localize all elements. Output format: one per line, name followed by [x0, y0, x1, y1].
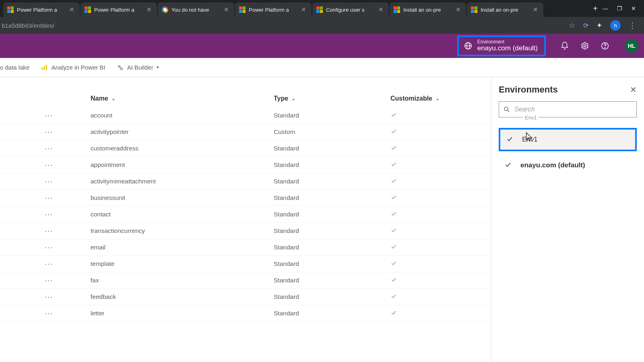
- address-bar: b1a5d8b63/entities/ ☆ ⟳ ✦ h ⋮: [0, 17, 644, 34]
- row-more-actions[interactable]: ···: [0, 227, 64, 235]
- row-more-actions[interactable]: ···: [0, 144, 64, 153]
- check-icon: [390, 177, 397, 184]
- browser-profile-avatar[interactable]: h: [610, 20, 621, 31]
- row-more-actions[interactable]: ···: [0, 260, 64, 268]
- cmd-ai-builder[interactable]: AI Builder ▾: [117, 64, 159, 71]
- browser-tab[interactable]: Install an on-pre✕: [390, 2, 466, 17]
- row-entity-type: Standard: [274, 310, 390, 317]
- cmd-analyze-powerbi[interactable]: Analyze in Power BI: [41, 64, 105, 71]
- browser-tab[interactable]: You do not have✕: [158, 2, 234, 17]
- column-header-type[interactable]: Type ⌄: [274, 95, 390, 102]
- row-customizable: [390, 243, 471, 251]
- row-customizable: [390, 309, 471, 317]
- microsoft-favicon-icon: [471, 6, 477, 13]
- row-entity-type: Standard: [274, 194, 390, 202]
- row-more-actions[interactable]: ···: [0, 210, 64, 219]
- row-more-actions[interactable]: ···: [0, 243, 64, 252]
- tab-title: Power Platform a: [249, 7, 297, 13]
- environment-item-name: enayu.com (default): [520, 161, 631, 169]
- environment-item-name: Env1: [522, 136, 630, 144]
- row-more-actions[interactable]: ···: [0, 177, 64, 186]
- table-row[interactable]: ···customeraddressStandard: [0, 140, 491, 157]
- column-header-name[interactable]: Name ⌄: [64, 95, 274, 102]
- browser-tab[interactable]: Install an on-pre✕: [467, 2, 543, 17]
- table-row[interactable]: ···accountStandard: [0, 107, 491, 124]
- data-lake-label: o data lake: [0, 64, 29, 71]
- check-icon: [390, 161, 397, 167]
- row-entity-name: email: [64, 244, 274, 251]
- row-entity-name: activitypointer: [64, 128, 274, 136]
- svg-point-5: [605, 47, 605, 48]
- tab-close-icon[interactable]: ✕: [68, 6, 76, 13]
- new-tab-button[interactable]: +: [588, 2, 603, 15]
- tab-close-icon[interactable]: ✕: [223, 6, 230, 13]
- table-row[interactable]: ···activitymimeattachmentStandard: [0, 173, 491, 190]
- check-icon: [504, 161, 512, 170]
- browser-tab[interactable]: Power Platform a✕: [3, 2, 80, 17]
- cmd-data-lake[interactable]: o data lake: [0, 64, 29, 71]
- table-row[interactable]: ···contactStandard: [0, 206, 491, 223]
- environment-item[interactable]: enayu.com (default): [499, 155, 637, 175]
- svg-rect-7: [44, 66, 45, 70]
- aibuilder-label: AI Builder: [127, 64, 153, 71]
- tab-close-icon[interactable]: ✕: [377, 6, 385, 13]
- tab-title: Install an on-pre: [403, 7, 451, 13]
- extensions-puzzle-icon[interactable]: ✦: [597, 21, 602, 30]
- table-row[interactable]: ···businessunitStandard: [0, 190, 491, 206]
- environments-panel: Environments ✕ Env1 Env1enayu.com (defau…: [491, 77, 644, 362]
- tab-close-icon[interactable]: ✕: [532, 6, 539, 13]
- row-entity-type: Standard: [274, 161, 390, 169]
- row-more-actions[interactable]: ···: [0, 194, 64, 202]
- table-row[interactable]: ···activitypointerCustom: [0, 124, 491, 140]
- row-more-actions[interactable]: ···: [0, 276, 64, 285]
- bookmark-star-icon[interactable]: ☆: [569, 21, 575, 30]
- svg-line-11: [120, 67, 121, 68]
- row-customizable: [390, 260, 471, 268]
- table-row[interactable]: ···appointmentStandard: [0, 157, 491, 173]
- maximize-button[interactable]: ❐: [617, 5, 622, 12]
- row-entity-name: letter: [64, 310, 274, 317]
- row-entity-type: Standard: [274, 145, 390, 152]
- tab-close-icon[interactable]: ✕: [145, 6, 153, 13]
- tab-close-icon[interactable]: ✕: [454, 6, 462, 13]
- svg-rect-6: [42, 68, 43, 70]
- powerbi-icon: [41, 64, 48, 71]
- search-input[interactable]: [514, 106, 632, 113]
- table-row[interactable]: ···faxStandard: [0, 272, 491, 289]
- browser-tab[interactable]: Power Platform a✕: [80, 2, 157, 17]
- environment-item[interactable]: Env1: [499, 128, 637, 151]
- table-row[interactable]: ···transactioncurrencyStandard: [0, 223, 491, 239]
- row-entity-type: Standard: [274, 260, 390, 267]
- row-more-actions[interactable]: ···: [0, 161, 64, 169]
- browser-tab[interactable]: Power Platform a✕: [235, 2, 312, 17]
- environment-switcher[interactable]: Environment enayu.com (default): [457, 35, 546, 56]
- table-row[interactable]: ···letterStandard: [0, 305, 491, 322]
- tab-close-icon[interactable]: ✕: [300, 6, 308, 13]
- tab-title: Install an on-pre: [481, 7, 528, 13]
- svg-line-13: [508, 110, 509, 112]
- settings-gear-icon[interactable]: [580, 41, 589, 50]
- table-row[interactable]: ···templateStandard: [0, 256, 491, 272]
- powerbi-label: Analyze in Power BI: [51, 64, 105, 71]
- extension-icon[interactable]: ⟳: [583, 22, 588, 29]
- environment-search[interactable]: Env1: [499, 101, 637, 117]
- row-more-actions[interactable]: ···: [0, 128, 64, 136]
- url-text[interactable]: b1a5d8b63/entities/: [0, 22, 569, 29]
- help-icon[interactable]: [601, 41, 609, 50]
- browser-tab[interactable]: Configure user s✕: [312, 2, 389, 17]
- check-icon: [390, 194, 397, 200]
- row-more-actions[interactable]: ···: [0, 111, 64, 120]
- panel-close-button[interactable]: ✕: [630, 85, 637, 95]
- row-more-actions[interactable]: ···: [0, 309, 64, 318]
- notifications-icon[interactable]: [560, 41, 569, 50]
- minimize-button[interactable]: —: [603, 5, 608, 12]
- table-row[interactable]: ···emailStandard: [0, 239, 491, 256]
- globe-icon: [464, 41, 473, 50]
- user-avatar[interactable]: HL: [625, 39, 638, 53]
- tab-title: You do not have: [171, 7, 219, 13]
- close-window-button[interactable]: ✕: [631, 5, 636, 12]
- browser-menu-icon[interactable]: ⋮: [629, 21, 636, 30]
- column-header-customizable[interactable]: Customizable ⌄: [390, 95, 471, 102]
- row-more-actions[interactable]: ···: [0, 293, 64, 301]
- table-row[interactable]: ···feedbackStandard: [0, 289, 491, 305]
